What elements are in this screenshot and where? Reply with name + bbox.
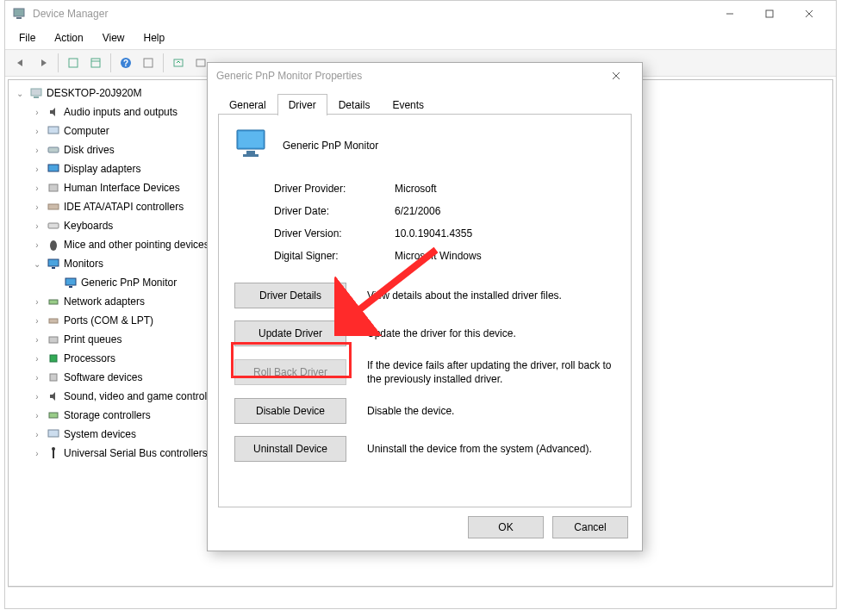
tabs: General Driver Details Events <box>218 92 632 115</box>
update-driver-desc: Update the driver for this device. <box>367 327 615 340</box>
menu-file[interactable]: File <box>10 28 44 47</box>
svg-rect-0 <box>14 9 24 16</box>
monitor-icon <box>64 276 78 289</box>
menu-action[interactable]: Action <box>46 28 91 47</box>
version-value: 10.0.19041.4355 <box>395 227 472 240</box>
computer-category-icon <box>47 124 60 138</box>
svg-rect-20 <box>48 204 59 209</box>
provider-value: Microsoft <box>395 183 437 195</box>
svg-rect-11 <box>144 59 153 67</box>
cancel-button[interactable]: Cancel <box>552 516 628 538</box>
titlebar: Device Manager <box>5 1 836 27</box>
app-icon <box>12 7 26 21</box>
display-icon <box>47 162 60 176</box>
collapse-icon[interactable]: ⌄ <box>14 89 26 98</box>
svg-rect-28 <box>49 319 58 323</box>
menu-view[interactable]: View <box>94 28 134 47</box>
svg-rect-25 <box>65 278 76 285</box>
svg-rect-12 <box>174 59 183 66</box>
forward-button[interactable] <box>33 53 53 73</box>
svg-rect-14 <box>31 89 41 96</box>
mouse-icon <box>47 238 60 252</box>
help-icon[interactable]: ? <box>115 53 136 73</box>
dialog-close-button[interactable] <box>599 64 633 88</box>
software-icon <box>47 370 60 384</box>
svg-rect-6 <box>69 59 78 67</box>
back-button[interactable] <box>10 53 31 73</box>
properties-dialog: Generic PnP Monitor Properties General D… <box>207 62 643 551</box>
svg-rect-39 <box>239 132 263 147</box>
provider-label: Driver Provider: <box>274 183 395 195</box>
audio-icon <box>47 105 60 119</box>
maximize-button[interactable] <box>750 1 789 27</box>
svg-rect-24 <box>52 267 55 269</box>
roll-back-driver-button[interactable]: Roll Back Driver <box>234 359 346 385</box>
minimize-button[interactable] <box>710 1 750 27</box>
tab-events[interactable]: Events <box>381 94 435 115</box>
svg-rect-19 <box>49 184 58 191</box>
tab-driver[interactable]: Driver <box>277 94 327 115</box>
close-button[interactable] <box>789 1 829 27</box>
svg-rect-27 <box>49 300 58 304</box>
svg-rect-3 <box>766 10 773 17</box>
date-label: Driver Date: <box>274 205 395 217</box>
svg-rect-21 <box>48 223 59 228</box>
monitor-category-icon <box>47 257 60 271</box>
printer-icon <box>47 333 60 346</box>
tab-content: Generic PnP Monitor Driver Provider:Micr… <box>218 115 632 507</box>
date-value: 6/21/2006 <box>395 205 440 217</box>
computer-icon <box>29 86 43 100</box>
driver-info: Driver Provider:Microsoft Driver Date:6/… <box>274 177 615 267</box>
window-title: Device Manager <box>33 8 710 20</box>
svg-rect-41 <box>243 154 259 157</box>
ports-icon <box>47 314 60 327</box>
tab-details[interactable]: Details <box>327 94 382 115</box>
svg-rect-29 <box>49 337 58 343</box>
svg-text:?: ? <box>123 59 128 68</box>
svg-rect-17 <box>48 147 59 152</box>
toolbar-btn-4[interactable] <box>138 53 159 73</box>
ok-button[interactable]: OK <box>468 516 544 538</box>
svg-rect-32 <box>49 413 58 418</box>
device-large-icon <box>234 128 269 162</box>
disable-device-desc: Disable the device. <box>367 404 615 418</box>
update-driver-button[interactable]: Update Driver <box>234 320 346 346</box>
svg-rect-33 <box>48 430 59 437</box>
svg-rect-7 <box>91 59 100 67</box>
status-bar <box>8 587 833 606</box>
ide-icon <box>47 200 60 214</box>
uninstall-device-button[interactable]: Uninstall Device <box>234 436 346 462</box>
system-icon <box>47 427 60 441</box>
keyboard-icon <box>47 219 60 233</box>
dialog-title: Generic PnP Monitor Properties <box>216 70 599 82</box>
svg-point-22 <box>50 240 57 251</box>
svg-rect-30 <box>50 355 57 362</box>
processor-icon <box>47 352 60 365</box>
disable-device-button[interactable]: Disable Device <box>234 398 346 424</box>
svg-rect-16 <box>48 127 59 134</box>
device-name: Generic PnP Monitor <box>283 140 378 152</box>
svg-rect-31 <box>50 374 57 381</box>
svg-rect-40 <box>246 151 255 154</box>
storage-icon <box>47 408 60 422</box>
svg-rect-13 <box>196 59 205 66</box>
svg-rect-1 <box>16 17 22 19</box>
svg-point-35 <box>52 447 55 451</box>
svg-rect-26 <box>69 286 72 288</box>
signer-label: Digital Signer: <box>274 250 395 262</box>
disk-icon <box>47 143 60 157</box>
toolbar-btn-2[interactable] <box>85 53 106 73</box>
dialog-titlebar: Generic PnP Monitor Properties <box>208 63 642 89</box>
hid-icon <box>47 181 60 195</box>
driver-details-desc: View details about the installed driver … <box>367 289 615 302</box>
driver-details-button[interactable]: Driver Details <box>234 283 346 308</box>
roll-back-desc: If the device fails after updating the d… <box>367 358 615 386</box>
svg-rect-23 <box>48 259 59 266</box>
menubar: File Action View Help <box>5 27 836 49</box>
svg-rect-18 <box>48 165 59 171</box>
network-icon <box>47 295 60 308</box>
scan-icon[interactable] <box>168 53 189 73</box>
tab-general[interactable]: General <box>218 94 277 115</box>
toolbar-btn-1[interactable] <box>63 53 84 73</box>
menu-help[interactable]: Help <box>135 28 174 47</box>
